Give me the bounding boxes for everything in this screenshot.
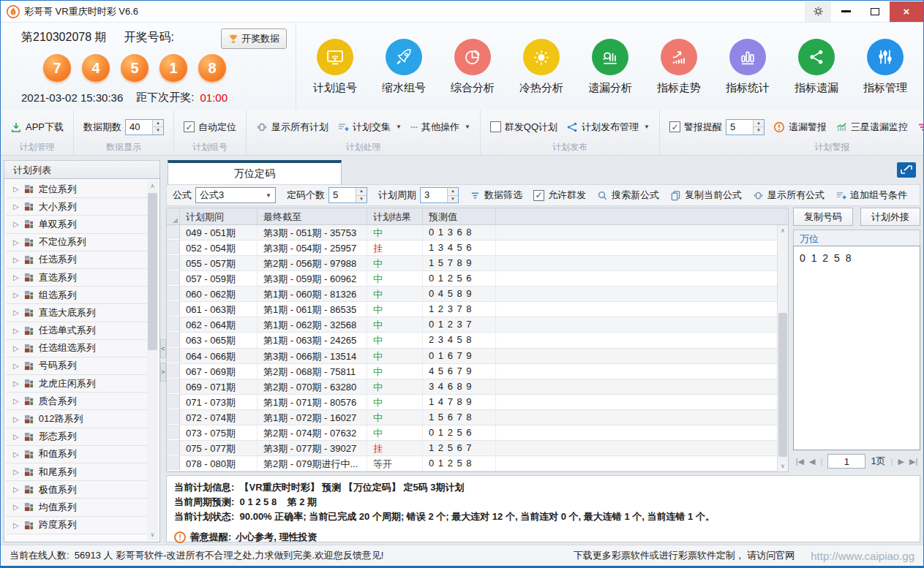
expand-arrow-icon[interactable]: ▷ [13, 450, 19, 458]
scroll-up-icon[interactable]: ∧ [778, 225, 788, 236]
expand-arrow-icon[interactable]: ▷ [13, 485, 19, 493]
spin-up-button[interactable]: ▲ [153, 120, 163, 128]
row-marker[interactable] [167, 241, 180, 255]
sidebar-item-1[interactable]: ▷大小系列 [6, 198, 147, 216]
sidebar-item-10[interactable]: ▷号码系列 [6, 357, 147, 375]
scrollbar-thumb[interactable] [778, 313, 787, 457]
expand-arrow-icon[interactable]: ▷ [13, 503, 19, 511]
table-row[interactable]: 061 - 063期第1期 - 061期 - 86535中1 2 3 7 8 [167, 302, 777, 317]
expand-arrow-icon[interactable]: ▷ [13, 308, 19, 317]
expand-arrow-icon[interactable]: ▷ [13, 291, 19, 299]
sidebar-item-18[interactable]: ▷均值系列 [6, 499, 147, 516]
copy-numbers-button[interactable]: 复制号码 [793, 208, 853, 226]
expand-arrow-icon[interactable]: ▷ [13, 256, 19, 264]
plan-intersection-button[interactable]: 计划交集 ▼ [337, 121, 402, 134]
table-scrollbar[interactable]: ∧ ∨ [777, 225, 788, 472]
row-marker[interactable] [167, 302, 180, 317]
row-marker[interactable] [167, 395, 180, 409]
expand-arrow-icon[interactable]: ▷ [13, 468, 19, 476]
row-marker[interactable] [167, 287, 180, 301]
sidebar-item-14[interactable]: ▷形态系列 [6, 428, 147, 446]
alert-spinner[interactable]: 5 ▲▼ [726, 119, 765, 135]
expand-arrow-icon[interactable]: ▷ [13, 185, 19, 193]
feature-trend-arrow-button[interactable]: 指标走势 [645, 39, 713, 95]
copy-formula-button[interactable]: 复制当前公式 [670, 189, 742, 202]
table-row[interactable]: 067 - 069期第2期 - 068期 - 75811中4 5 6 7 9 [167, 364, 777, 379]
row-marker[interactable] [167, 225, 180, 240]
sidebar-item-11[interactable]: ▷龙虎庄闲系列 [6, 375, 147, 393]
scrollbar-thumb[interactable] [148, 193, 157, 350]
maximize-button[interactable] [860, 1, 890, 22]
spin-down-button[interactable]: ▼ [448, 196, 458, 203]
threestar-shrink-button[interactable]: 三星缩水+监控 [917, 121, 924, 134]
override-condition-button[interactable]: 覆盖组号条件 [918, 189, 920, 202]
expand-arrow-icon[interactable]: ▷ [13, 415, 19, 423]
scroll-up-icon[interactable]: ∧ [147, 181, 158, 192]
append-condition-button[interactable]: 追加组号条件 [835, 189, 907, 202]
row-marker[interactable] [167, 333, 180, 347]
expand-arrow-icon[interactable]: ▷ [13, 344, 19, 352]
expand-arrow-icon[interactable]: ▷ [13, 220, 19, 228]
expand-arrow-icon[interactable]: ▷ [13, 238, 19, 246]
feature-pie-chart-button[interactable]: 综合分析 [438, 39, 507, 95]
search-formula-button[interactable]: 搜索新公式 [597, 189, 659, 202]
col-prediction[interactable]: 预测值 [423, 208, 496, 224]
feature-rocket-button[interactable]: 缩水组号 [369, 39, 438, 95]
expand-arrow-icon[interactable]: ▷ [13, 379, 19, 387]
settings-button[interactable] [805, 1, 831, 22]
row-marker[interactable] [167, 410, 180, 425]
row-marker[interactable] [167, 364, 180, 379]
official-site-link[interactable]: http://www.caipiao.gg [811, 550, 914, 562]
minimize-button[interactable] [831, 1, 860, 22]
alert-value[interactable]: 5 [726, 120, 753, 135]
formula-select[interactable]: 公式3 ▼ [195, 187, 276, 203]
sidebar-item-16[interactable]: ▷和尾系列 [6, 463, 147, 481]
expand-arrow-icon[interactable]: ▷ [13, 202, 19, 211]
show-all-plans-button[interactable]: 显示所有计划 [256, 121, 328, 134]
expand-arrow-icon[interactable]: ▷ [13, 273, 19, 281]
scroll-down-icon[interactable]: ∨ [147, 529, 158, 540]
code-count-value[interactable]: 5 [329, 188, 356, 202]
feature-monitor-wifi-button[interactable]: 计划追号 [301, 39, 369, 95]
expand-arrow-icon[interactable]: ▷ [13, 521, 19, 529]
col-final[interactable]: 最终截至 [258, 208, 367, 224]
data-filter-button[interactable]: 数据筛选 [470, 189, 522, 202]
table-row[interactable]: 078 - 080期第2期 - 079期进行中...等开0 1 2 5 8 [167, 456, 777, 472]
data-periods-value[interactable]: 40 [126, 120, 152, 135]
close-button[interactable]: × [890, 1, 923, 22]
page-last-button[interactable]: ▶| [909, 457, 917, 466]
row-marker[interactable] [167, 456, 180, 471]
table-row[interactable]: 075 - 077期第3期 - 077期 - 39027挂1 2 5 6 7 [167, 441, 777, 456]
row-marker[interactable] [167, 271, 180, 286]
table-row[interactable]: 055 - 057期第2期 - 056期 - 97988中1 5 7 8 9 [167, 256, 777, 271]
sidebar-splitter[interactable]: < > [160, 160, 166, 542]
page-prev-button[interactable]: ◀ [809, 457, 815, 466]
auto-position-checkbox[interactable]: ✓ [184, 121, 195, 132]
sidebar-item-9[interactable]: ▷任选组选系列 [6, 340, 147, 357]
table-row[interactable]: 057 - 059期第3期 - 059期 - 60962中0 1 2 5 6 [167, 271, 777, 287]
spin-down-button[interactable]: ▼ [356, 196, 367, 203]
alert-reminder-checkbox[interactable]: ✓ [669, 121, 680, 132]
spin-down-button[interactable]: ▼ [754, 127, 764, 135]
data-periods-spinner[interactable]: 40 ▲▼ [125, 119, 164, 135]
qq-broadcast-checkbox[interactable] [490, 121, 501, 132]
table-row[interactable]: 069 - 071期第2期 - 070期 - 63280中3 4 6 8 9 [167, 379, 777, 395]
sidebar-item-15[interactable]: ▷和值系列 [6, 446, 147, 463]
sidebar-item-13[interactable]: ▷012路系列 [6, 410, 147, 428]
cycle-value[interactable]: 3 [421, 188, 447, 202]
sidebar-item-6[interactable]: ▷组选系列 [6, 287, 147, 304]
allow-broadcast-checkbox[interactable]: ✓ [533, 190, 544, 201]
table-row[interactable]: 049 - 051期第3期 - 051期 - 35753中0 1 3 6 8 [167, 225, 777, 241]
table-row[interactable]: 071 - 073期第1期 - 071期 - 80576中1 4 7 8 9 [167, 395, 777, 410]
publish-manage-button[interactable]: 计划发布管理 ▼ [566, 121, 650, 134]
table-row[interactable]: 060 - 062期第1期 - 060期 - 81326中0 4 5 8 9 [167, 287, 777, 302]
expand-arrow-icon[interactable]: ▷ [13, 362, 19, 370]
feature-magnifier-chart-button[interactable]: 遗漏分析 [576, 39, 645, 95]
collapse-left-button[interactable]: < [160, 339, 166, 358]
sidebar-item-4[interactable]: ▷任选系列 [6, 251, 147, 269]
sidebar-item-7[interactable]: ▷直选大底系列 [6, 304, 147, 322]
sidebar-item-19[interactable]: ▷跨度系列 [6, 517, 147, 534]
row-marker[interactable] [167, 317, 180, 332]
spin-up-button[interactable]: ▲ [448, 188, 458, 196]
sidebar-item-5[interactable]: ▷直选系列 [6, 269, 147, 287]
